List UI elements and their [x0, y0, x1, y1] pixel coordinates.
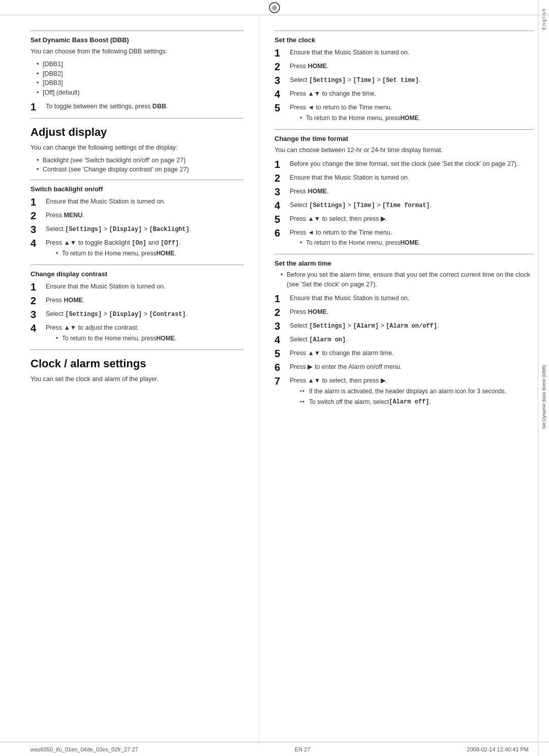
step-num-1: 1: [30, 101, 43, 113]
alarm-step-1: 1 Ensure that the Music Station is turne…: [274, 293, 534, 305]
time-format-divider: [274, 129, 534, 130]
set-clock-step-3: 3 Select [Settings] > [Time] > [Set time…: [274, 74, 534, 86]
time-format-sub: To return to the Home menu, press HOME.: [290, 238, 534, 247]
alarm-step-6: 6 Press ▶ to enter the Alarm on/off menu…: [274, 361, 534, 373]
time-format-steps: 1 Before you change the time format, set…: [274, 158, 534, 249]
dbb-bullet-1: [DBB1]: [37, 60, 243, 69]
side-label-english: English: [541, 0, 546, 38]
alarm-steps: 1 Ensure that the Music Station is turne…: [274, 293, 534, 408]
top-bar: ⊕: [0, 0, 549, 15]
time-format-para: You can choose between 12-hr or 24-hr ti…: [274, 146, 534, 155]
backlight-sub-note: To return to the Home menu, press HOME.: [46, 249, 243, 258]
dbb-step-1-text: To toggle between the settings, press DB…: [46, 101, 243, 111]
alarm-step-5: 5 Press ▲▼ to change the alarm time.: [274, 347, 534, 360]
dbb-title: Set Dynamic Bass Boost (DBB): [30, 36, 243, 44]
set-clock-divider: [274, 31, 534, 31]
dbb-bullets: [DBB1] [DBB2] [DBB3] [Off] (default): [30, 60, 243, 98]
dbb-bullet-4: [Off] (default): [37, 88, 243, 98]
dbb-bullet-2: [DBB2]: [37, 69, 243, 79]
side-label-dbb: Set Dynamic Bass Boost (DBB): [541, 38, 546, 756]
alarm-step-3: 3 Select [Settings] > [Alarm] > [Alarm o…: [274, 320, 534, 332]
backlight-divider: [30, 180, 243, 180]
dbb-para: You can choose from the following DBB se…: [30, 47, 243, 56]
time-format-step-1: 1 Before you change the time format, set…: [274, 158, 534, 170]
set-clock-sub: To return to the Home menu, press HOME.: [290, 113, 534, 123]
footer-right: 2008-02-14 12:40:41 PM: [467, 746, 529, 752]
backlight-steps: 1 Ensure that the Music Station is turne…: [30, 196, 243, 259]
time-format-step-6: 6 Press ◄ to return to the Time menu. To…: [274, 227, 534, 249]
dbb-divider: [30, 31, 243, 31]
adjust-display-title: Adjust display: [30, 126, 243, 139]
contrast-step-3: 3 Select [Settings] > [Display] > [Contr…: [30, 308, 243, 321]
backlight-step-4: 4 Press ▲▼ to toggle Backlight [On] and …: [30, 237, 243, 259]
side-tab-container: English Set Dynamic Bass Boost (DBB): [538, 0, 549, 756]
set-clock-step-2: 2 Press HOME.: [274, 61, 534, 73]
set-clock-step-4: 4 Press ▲▼ to change the time.: [274, 88, 534, 100]
set-clock-title: Set the clock: [274, 36, 534, 44]
footer-left: was6050_ifu_01en_04de_03es_02fr_27 27: [30, 746, 138, 752]
contrast-step-4: 4 Press ▲▼ to adjust the contrast. To re…: [30, 322, 243, 344]
alarm-arrows: If the alarm is activated, the header di…: [290, 387, 534, 406]
alarm-pre-bullet-1: Before you set the alarm time, ensure th…: [281, 270, 534, 289]
time-format-sub-text: To return to the Home menu, press HOME.: [300, 238, 534, 247]
clock-alarm-para: You can set the clock and alarm of the p…: [30, 374, 243, 384]
contrast-step-1: 1 Ensure that the Music Station is turne…: [30, 281, 243, 293]
alarm-arrow-2: To switch off the alarm, select [Alarm o…: [300, 397, 534, 406]
time-format-step-3: 3 Press HOME.: [274, 186, 534, 198]
alarm-step-7: 7 Press ▲▼ to select, then press ▶. If t…: [274, 375, 534, 408]
dbb-bullet-3: [DBB3]: [37, 78, 243, 88]
alarm-pre-bullets: Before you set the alarm time, ensure th…: [274, 270, 534, 289]
contrast-sub-note: To return to the Home menu, press HOME.: [46, 334, 243, 343]
adjust-bullet-2: Contrast (see 'Change display contrast' …: [37, 165, 243, 175]
set-clock-steps: 1 Ensure that the Music Station is turne…: [274, 47, 534, 124]
set-clock-sub-text: To return to the Home menu, press HOME.: [300, 113, 534, 123]
set-clock-step-1: 1 Ensure that the Music Station is turne…: [274, 47, 534, 59]
adjust-display-divider: [30, 118, 243, 119]
top-compass-icon: ⊕: [269, 2, 280, 13]
adjust-bullet-1: Backlight (see 'Switch backlight on/off'…: [37, 156, 243, 165]
alarm-step-4: 4 Select [Alarm on].: [274, 334, 534, 346]
right-column: Set the clock 1 Ensure that the Music St…: [259, 15, 549, 742]
time-format-step-4: 4 Select [Settings] > [Time] > [Time for…: [274, 199, 534, 212]
contrast-steps: 1 Ensure that the Music Station is turne…: [30, 281, 243, 344]
backlight-step-1: 1 Ensure that the Music Station is turne…: [30, 196, 243, 208]
clock-alarm-divider: [30, 350, 243, 350]
clock-alarm-title: Clock / alarm settings: [30, 357, 243, 370]
page-number: EN 27: [295, 746, 311, 752]
backlight-title: Switch backlight on/off: [30, 185, 243, 193]
time-format-title: Change the time format: [274, 135, 534, 142]
main-content: Set Dynamic Bass Boost (DBB) You can cho…: [0, 15, 549, 742]
adjust-display-bullets: Backlight (see 'Switch backlight on/off'…: [30, 156, 243, 175]
time-format-step-2: 2 Ensure that the Music Station is turne…: [274, 172, 534, 184]
contrast-step-2: 2 Press HOME.: [30, 295, 243, 307]
backlight-step-3: 3 Select [Settings] > [Display] > [Backl…: [30, 223, 243, 236]
dbb-steps: 1 To toggle between the settings, press …: [30, 101, 243, 113]
alarm-arrow-1: If the alarm is activated, the header di…: [300, 387, 534, 396]
alarm-title: Set the alarm time: [274, 259, 534, 267]
left-column: Set Dynamic Bass Boost (DBB) You can cho…: [0, 15, 259, 742]
set-clock-step-5: 5 Press ◄ to return to the Time menu. To…: [274, 102, 534, 124]
page: ⊕ Set Dynamic Bass Boost (DBB) You can c…: [0, 0, 549, 756]
contrast-title: Change display contrast: [30, 270, 243, 278]
contrast-divider: [30, 265, 243, 265]
contrast-sub-note-text: To return to the Home menu, press HOME.: [56, 334, 243, 343]
bottom-bar: was6050_ifu_01en_04de_03es_02fr_27 27 EN…: [0, 742, 549, 756]
backlight-sub-note-text: To return to the Home menu, press HOME.: [56, 249, 243, 258]
dbb-step-1: 1 To toggle between the settings, press …: [30, 101, 243, 113]
backlight-step-2: 2 Press MENU.: [30, 210, 243, 222]
adjust-display-para: You can change the following settings of…: [30, 143, 243, 153]
alarm-step-2: 2 Press HOME.: [274, 306, 534, 318]
alarm-divider: [274, 254, 534, 254]
time-format-step-5: 5 Press ▲▼ to select, then press ▶.: [274, 213, 534, 225]
